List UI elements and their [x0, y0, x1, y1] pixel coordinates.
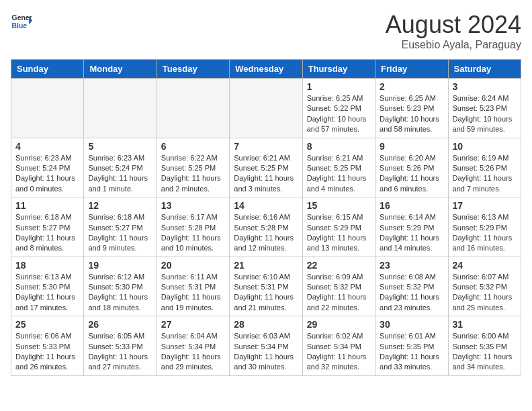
weekday-header-friday: Friday: [375, 60, 448, 79]
day-info: Sunrise: 6:13 AMSunset: 5:30 PMDaylight:…: [15, 272, 79, 314]
day-number: 15: [307, 200, 371, 211]
day-number: 4: [15, 141, 79, 152]
day-number: 23: [380, 260, 443, 271]
day-info: Sunrise: 6:24 AMSunset: 5:23 PMDaylight:…: [453, 93, 517, 135]
day-number: 28: [234, 319, 298, 330]
day-info: Sunrise: 6:05 AMSunset: 5:33 PMDaylight:…: [88, 331, 152, 373]
calendar-cell: 5Sunrise: 6:23 AMSunset: 5:24 PMDaylight…: [84, 138, 157, 197]
calendar-cell: [230, 79, 302, 138]
calendar-cell: 12Sunrise: 6:18 AMSunset: 5:27 PMDayligh…: [84, 197, 157, 257]
calendar-cell: [157, 79, 229, 138]
calendar-cell: 26Sunrise: 6:05 AMSunset: 5:33 PMDayligh…: [84, 316, 157, 376]
calendar-cell: 1Sunrise: 6:25 AMSunset: 5:22 PMDaylight…: [302, 79, 375, 138]
day-number: 20: [161, 260, 225, 271]
day-info: Sunrise: 6:25 AMSunset: 5:23 PMDaylight:…: [380, 93, 443, 135]
day-info: Sunrise: 6:18 AMSunset: 5:27 PMDaylight:…: [15, 212, 79, 254]
day-info: Sunrise: 6:22 AMSunset: 5:25 PMDaylight:…: [161, 153, 225, 195]
calendar-cell: 20Sunrise: 6:11 AMSunset: 5:31 PMDayligh…: [157, 257, 229, 316]
calendar-week-1: 1Sunrise: 6:25 AMSunset: 5:22 PMDaylight…: [11, 79, 521, 138]
page-header: General Blue August 2024 Eusebio Ayala, …: [11, 11, 521, 51]
day-number: 22: [307, 260, 371, 271]
day-number: 5: [88, 141, 152, 152]
day-number: 7: [234, 141, 298, 152]
day-info: Sunrise: 6:03 AMSunset: 5:34 PMDaylight:…: [234, 331, 298, 373]
title-block: August 2024 Eusebio Ayala, Paraguay: [386, 11, 521, 51]
calendar-cell: [84, 79, 157, 138]
calendar-week-2: 4Sunrise: 6:23 AMSunset: 5:24 PMDaylight…: [11, 138, 521, 197]
day-info: Sunrise: 6:18 AMSunset: 5:27 PMDaylight:…: [88, 212, 152, 254]
day-info: Sunrise: 6:25 AMSunset: 5:22 PMDaylight:…: [307, 93, 371, 135]
calendar-cell: 2Sunrise: 6:25 AMSunset: 5:23 PMDaylight…: [375, 79, 448, 138]
calendar-cell: 24Sunrise: 6:07 AMSunset: 5:32 PMDayligh…: [448, 257, 521, 316]
day-number: 2: [380, 81, 443, 92]
calendar-cell: 21Sunrise: 6:10 AMSunset: 5:31 PMDayligh…: [230, 257, 302, 316]
day-info: Sunrise: 6:10 AMSunset: 5:31 PMDaylight:…: [234, 272, 298, 314]
day-info: Sunrise: 6:09 AMSunset: 5:32 PMDaylight:…: [307, 272, 371, 314]
calendar-cell: 19Sunrise: 6:12 AMSunset: 5:30 PMDayligh…: [84, 257, 157, 316]
calendar-cell: 28Sunrise: 6:03 AMSunset: 5:34 PMDayligh…: [230, 316, 302, 376]
day-info: Sunrise: 6:17 AMSunset: 5:28 PMDaylight:…: [161, 212, 225, 254]
calendar-cell: 31Sunrise: 6:00 AMSunset: 5:35 PMDayligh…: [448, 316, 521, 376]
day-info: Sunrise: 6:20 AMSunset: 5:26 PMDaylight:…: [380, 153, 443, 195]
day-info: Sunrise: 6:23 AMSunset: 5:24 PMDaylight:…: [88, 153, 152, 195]
day-info: Sunrise: 6:07 AMSunset: 5:32 PMDaylight:…: [453, 272, 517, 314]
day-info: Sunrise: 6:00 AMSunset: 5:35 PMDaylight:…: [453, 331, 517, 373]
calendar-cell: 23Sunrise: 6:08 AMSunset: 5:32 PMDayligh…: [375, 257, 448, 316]
calendar-cell: 14Sunrise: 6:16 AMSunset: 5:28 PMDayligh…: [230, 197, 302, 257]
calendar-week-4: 18Sunrise: 6:13 AMSunset: 5:30 PMDayligh…: [11, 257, 521, 316]
day-info: Sunrise: 6:21 AMSunset: 5:25 PMDaylight:…: [307, 153, 371, 195]
calendar-cell: 25Sunrise: 6:06 AMSunset: 5:33 PMDayligh…: [11, 316, 84, 376]
calendar-week-3: 11Sunrise: 6:18 AMSunset: 5:27 PMDayligh…: [11, 197, 521, 257]
day-number: 1: [307, 81, 371, 92]
day-number: 13: [161, 200, 225, 211]
logo: General Blue: [11, 11, 32, 32]
day-info: Sunrise: 6:19 AMSunset: 5:26 PMDaylight:…: [453, 153, 517, 195]
calendar-cell: 17Sunrise: 6:13 AMSunset: 5:29 PMDayligh…: [448, 197, 521, 257]
calendar-cell: 9Sunrise: 6:20 AMSunset: 5:26 PMDaylight…: [375, 138, 448, 197]
day-number: 10: [453, 141, 517, 152]
calendar-cell: 15Sunrise: 6:15 AMSunset: 5:29 PMDayligh…: [302, 197, 375, 257]
day-number: 29: [307, 319, 371, 330]
day-number: 8: [307, 141, 371, 152]
day-info: Sunrise: 6:08 AMSunset: 5:32 PMDaylight:…: [380, 272, 443, 314]
day-info: Sunrise: 6:06 AMSunset: 5:33 PMDaylight:…: [15, 331, 79, 373]
day-number: 18: [15, 260, 79, 271]
day-number: 11: [15, 200, 79, 211]
logo-icon: General Blue: [11, 11, 32, 32]
calendar-cell: 4Sunrise: 6:23 AMSunset: 5:24 PMDaylight…: [11, 138, 84, 197]
month-year: August 2024: [386, 11, 521, 39]
calendar-cell: 13Sunrise: 6:17 AMSunset: 5:28 PMDayligh…: [157, 197, 229, 257]
calendar-table: SundayMondayTuesdayWednesdayThursdayFrid…: [11, 59, 521, 376]
weekday-header-monday: Monday: [84, 60, 157, 79]
calendar-cell: 18Sunrise: 6:13 AMSunset: 5:30 PMDayligh…: [11, 257, 84, 316]
day-number: 24: [453, 260, 517, 271]
day-info: Sunrise: 6:21 AMSunset: 5:25 PMDaylight:…: [234, 153, 298, 195]
calendar-cell: 7Sunrise: 6:21 AMSunset: 5:25 PMDaylight…: [230, 138, 302, 197]
calendar-cell: 10Sunrise: 6:19 AMSunset: 5:26 PMDayligh…: [448, 138, 521, 197]
day-info: Sunrise: 6:23 AMSunset: 5:24 PMDaylight:…: [15, 153, 79, 195]
calendar-cell: 27Sunrise: 6:04 AMSunset: 5:34 PMDayligh…: [157, 316, 229, 376]
day-info: Sunrise: 6:16 AMSunset: 5:28 PMDaylight:…: [234, 212, 298, 254]
weekday-header-saturday: Saturday: [448, 60, 521, 79]
day-info: Sunrise: 6:04 AMSunset: 5:34 PMDaylight:…: [161, 331, 225, 373]
day-info: Sunrise: 6:12 AMSunset: 5:30 PMDaylight:…: [88, 272, 152, 314]
day-info: Sunrise: 6:01 AMSunset: 5:35 PMDaylight:…: [380, 331, 443, 373]
day-info: Sunrise: 6:15 AMSunset: 5:29 PMDaylight:…: [307, 212, 371, 254]
location: Eusebio Ayala, Paraguay: [386, 39, 521, 51]
weekday-header-thursday: Thursday: [302, 60, 375, 79]
calendar-cell: 29Sunrise: 6:02 AMSunset: 5:34 PMDayligh…: [302, 316, 375, 376]
day-number: 12: [88, 200, 152, 211]
weekday-header-wednesday: Wednesday: [230, 60, 302, 79]
day-number: 26: [88, 319, 152, 330]
calendar-cell: 8Sunrise: 6:21 AMSunset: 5:25 PMDaylight…: [302, 138, 375, 197]
calendar-cell: 6Sunrise: 6:22 AMSunset: 5:25 PMDaylight…: [157, 138, 229, 197]
calendar-cell: 30Sunrise: 6:01 AMSunset: 5:35 PMDayligh…: [375, 316, 448, 376]
calendar-week-5: 25Sunrise: 6:06 AMSunset: 5:33 PMDayligh…: [11, 316, 521, 376]
day-number: 27: [161, 319, 225, 330]
calendar-cell: 22Sunrise: 6:09 AMSunset: 5:32 PMDayligh…: [302, 257, 375, 316]
calendar-cell: 16Sunrise: 6:14 AMSunset: 5:29 PMDayligh…: [375, 197, 448, 257]
day-number: 14: [234, 200, 298, 211]
svg-text:Blue: Blue: [12, 22, 28, 30]
weekday-header-row: SundayMondayTuesdayWednesdayThursdayFrid…: [11, 60, 521, 79]
day-number: 17: [453, 200, 517, 211]
